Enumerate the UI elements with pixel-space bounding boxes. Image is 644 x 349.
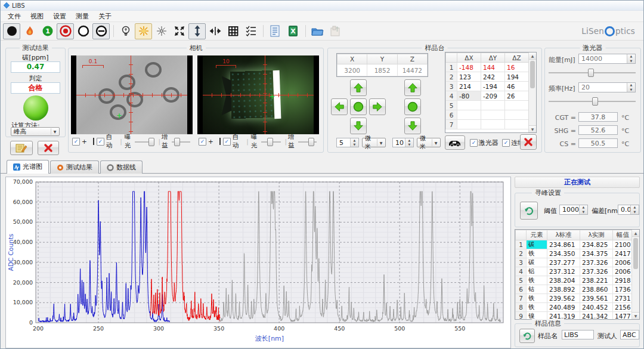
menu-view[interactable]: 视图 <box>26 11 48 21</box>
continuous-checkbox[interactable]: ✓ <box>502 139 510 147</box>
stop-sequence-button[interactable] <box>520 134 537 150</box>
scroll-down-icon[interactable]: ▼ <box>529 125 536 132</box>
peak-table[interactable]: 元素λ标准λ实测幅值1碳234.861234.82521002铁234.3502… <box>515 229 640 320</box>
peak-list-icon[interactable] <box>242 23 259 39</box>
menu-about[interactable]: 关于 <box>94 11 116 21</box>
stage-right-button[interactable] <box>369 98 386 115</box>
auto-checkbox[interactable]: ✓ <box>97 138 104 146</box>
flash-burst-icon[interactable] <box>135 23 152 39</box>
scroll-up-icon[interactable]: ▲ <box>529 52 536 60</box>
spinner-arrows[interactable]: ▲▼ <box>627 54 635 63</box>
stage-down-button[interactable] <box>350 118 367 134</box>
stage-delta-table[interactable]: ΔXΔYΔZ1-1481441621232421943214-194464-80… <box>445 52 537 133</box>
tab-test-result[interactable]: 测试结果 <box>50 160 99 174</box>
stage-z-home-button[interactable] <box>404 98 421 115</box>
table-row[interactable]: 8铁240.489240.4522156 <box>516 303 633 312</box>
refresh-peaks-button[interactable] <box>520 202 538 220</box>
tester-input[interactable]: ABC <box>620 330 639 339</box>
table-row[interactable]: 1碳234.861234.8252100 <box>516 240 633 249</box>
table-row[interactable]: 2123242194 <box>446 72 529 82</box>
table-row[interactable]: 5铁238.204238.2212918 <box>516 276 633 285</box>
table-row[interactable]: 3碳237.277237.3262006 <box>516 258 633 267</box>
table-row[interactable]: 2铁234.350234.3752417 <box>516 249 633 258</box>
record-icon[interactable] <box>57 23 74 39</box>
spinner-arrows[interactable]: ▲▼ <box>579 205 587 214</box>
threshold-input[interactable]: 1000▲▼ <box>559 205 588 215</box>
report-icon[interactable] <box>267 23 284 39</box>
chevron-down-icon: ▼ <box>51 128 58 135</box>
table-row[interactable]: 9镍241.319241.3421477 <box>516 312 633 320</box>
grid-icon[interactable] <box>224 23 242 39</box>
table-row[interactable]: 6钴238.892238.8601736 <box>516 285 633 294</box>
stage-up-button[interactable] <box>350 79 367 96</box>
laser-spot-icon[interactable] <box>153 23 170 39</box>
zoom-vertical-icon[interactable] <box>188 23 206 39</box>
camera-view-left[interactable]: 0.1 + <box>71 55 193 134</box>
plasma-flame-icon[interactable] <box>21 23 38 39</box>
table-row[interactable]: 6 <box>446 110 529 120</box>
table-row[interactable]: 7 <box>446 120 529 129</box>
method-select[interactable]: 峰高▼ <box>11 127 60 136</box>
scroll-down-icon[interactable]: ▼ <box>632 312 639 319</box>
excel-export-icon[interactable]: X <box>284 23 302 39</box>
spinner-arrows[interactable]: ▲▼ <box>630 205 639 214</box>
tab-data-line[interactable]: 数据线 <box>100 160 143 174</box>
table-row[interactable]: 7铁239.562239.5612731 <box>516 294 633 303</box>
xy-step-input[interactable]: 5▲▼ <box>336 138 359 147</box>
tab-spectrum[interactable]: 光谱图 <box>7 160 49 174</box>
energy-slider[interactable] <box>549 69 636 76</box>
scrollbar[interactable]: ▲▼ <box>631 230 639 319</box>
spinner-arrows[interactable]: ▲▼ <box>350 138 358 147</box>
freq-slider[interactable] <box>549 97 636 105</box>
menu-file[interactable]: 文件 <box>3 11 26 21</box>
camera-view-right[interactable]: 10 + <box>197 55 319 134</box>
stage-z-up-button[interactable] <box>404 79 421 96</box>
table-row[interactable]: 5 <box>446 101 529 110</box>
save-data-icon[interactable] <box>327 23 344 39</box>
dark-field-icon[interactable] <box>3 23 20 39</box>
overlay-checkbox[interactable]: ✓ <box>72 138 80 146</box>
auto-checkbox[interactable]: ✓ <box>223 138 231 146</box>
gain-slider[interactable] <box>298 138 317 146</box>
zoom-fit-icon[interactable] <box>171 23 188 39</box>
run-sequence-button[interactable] <box>445 135 465 150</box>
scroll-thumb[interactable] <box>633 238 638 269</box>
menu-settings[interactable]: 设置 <box>48 11 71 21</box>
gain-slider[interactable] <box>172 138 190 146</box>
scrollbar[interactable]: ▲▼ <box>528 52 536 132</box>
scroll-up-icon[interactable]: ▲ <box>632 230 639 237</box>
stage-z-down-button[interactable] <box>404 118 421 134</box>
spectrum-chart[interactable]: 200250300350400450500550010,00020,00030,… <box>5 177 511 348</box>
energy-input[interactable]: 14000▲▼ <box>578 54 636 64</box>
table-row[interactable]: 3214-19446 <box>446 82 529 91</box>
spinner-arrows[interactable]: ▲▼ <box>627 83 635 92</box>
stage-home-button[interactable] <box>350 98 367 115</box>
channel-1-icon[interactable]: 1 <box>39 23 56 39</box>
lamp-icon[interactable] <box>117 23 134 39</box>
z-unit-select[interactable]: 微米▼ <box>417 138 441 147</box>
table-row[interactable]: 4-80-20926 <box>446 91 529 101</box>
menu-measure[interactable]: 测量 <box>71 11 94 21</box>
sample-name-input[interactable]: LIBS <box>562 330 594 339</box>
table-row[interactable]: 4铝237.312237.3262006 <box>516 267 633 276</box>
stop-circle-icon[interactable] <box>92 23 110 39</box>
exposure-slider[interactable] <box>135 138 154 146</box>
z-step-input[interactable]: 10▲▼ <box>392 138 414 147</box>
xy-unit-select[interactable]: 微米▼ <box>362 138 386 147</box>
laser-enable-checkbox[interactable]: ✓ <box>470 139 478 147</box>
open-folder-icon[interactable] <box>309 23 326 39</box>
spinner-arrows[interactable]: ▲▼ <box>405 138 413 147</box>
overlay-checkbox[interactable]: ✓ <box>199 138 206 146</box>
edit-record-button[interactable] <box>10 141 33 155</box>
freq-input[interactable]: 20▲▼ <box>578 82 636 92</box>
deviation-input[interactable]: 0.05▲▼ <box>618 205 639 215</box>
zoom-horizontal-icon[interactable] <box>206 23 224 39</box>
scroll-thumb[interactable] <box>530 61 535 88</box>
clear-result-button[interactable] <box>38 141 59 155</box>
bright-field-icon[interactable] <box>75 23 92 39</box>
stage-left-button[interactable] <box>331 98 348 115</box>
exposure-slider[interactable] <box>261 138 281 146</box>
table-row[interactable]: 1-14814416 <box>446 63 529 72</box>
refresh-sample-button[interactable] <box>519 329 535 343</box>
title-bar[interactable]: LIBS <box>1 1 643 11</box>
